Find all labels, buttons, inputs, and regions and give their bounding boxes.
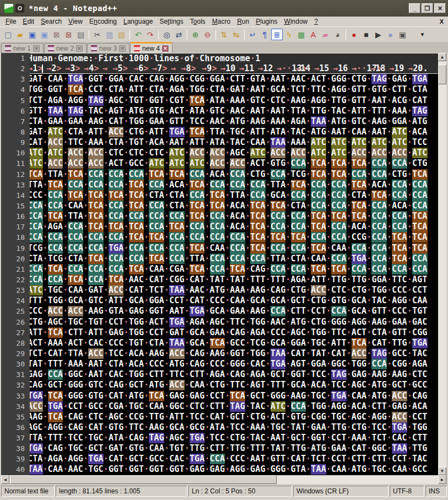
codon: GGT (149, 95, 164, 106)
codon: CCA (230, 254, 245, 264)
menu-item-tools[interactable]: Tools (187, 17, 209, 26)
redo-button[interactable]: ↷ (144, 29, 156, 40)
zoom-in-button[interactable]: ⊕ (190, 29, 201, 40)
menu-item-help[interactable]: ? (311, 17, 321, 26)
whitespace-dot: · (306, 180, 311, 190)
save-macro-button[interactable]: ▣ (397, 29, 408, 40)
run-macro-multiple-button[interactable]: » (385, 29, 396, 40)
menu-item-search[interactable]: Search (37, 17, 65, 26)
menu-item-language[interactable]: Language (120, 17, 156, 26)
minimize-button[interactable]: _ (409, 3, 420, 13)
show-all-characters-button[interactable]: ¶ (259, 29, 271, 40)
tab-close-icon[interactable]: ✕ (33, 45, 40, 52)
sync-scroll-horizontal-button[interactable]: ⇆ (230, 29, 242, 40)
whitespace-dot: · (347, 359, 352, 369)
play-macro-button[interactable]: ▶ (373, 29, 384, 40)
vertical-scrollbar[interactable]: ▲ ▼ (438, 53, 446, 475)
tab-close-icon[interactable]: ✕ (119, 45, 126, 52)
horizontal-scroll-thumb[interactable] (10, 475, 277, 484)
toolbar-overflow-button[interactable]: ▾ (417, 29, 428, 40)
word-wrap-button[interactable]: ↵ (247, 29, 258, 40)
tab-close-icon[interactable]: ✕ (76, 45, 83, 52)
new-file-button[interactable]: ▢ (2, 29, 14, 40)
menu-item-encoding[interactable]: Encoding (86, 17, 120, 26)
codon: TCA (271, 232, 286, 243)
menu-item-macro[interactable]: Macro (209, 17, 234, 26)
codon: TGC (68, 443, 83, 454)
tab-new-3[interactable]: new 3✕ (87, 43, 129, 53)
sync-scroll-vertical-button[interactable]: ⇅ (218, 29, 230, 40)
codon: TCA (250, 211, 266, 222)
paste-button[interactable]: ▧ (116, 29, 127, 40)
codon: TCA (190, 201, 205, 211)
print-button[interactable]: ▤ (75, 29, 87, 40)
tab-new-2[interactable]: new 2✕ (44, 43, 87, 53)
codon: TTA (271, 254, 286, 264)
close-file-button[interactable]: ⊠ (51, 29, 62, 40)
scroll-down-button[interactable]: ▼ (438, 467, 446, 475)
scroll-up-button[interactable]: ▲ (438, 53, 446, 61)
stop-macro-button[interactable]: ■ (360, 29, 372, 40)
whitespace-dot: · (285, 433, 290, 443)
document-map-button[interactable]: ▦ (295, 29, 307, 40)
folder-as-workspace-button[interactable]: ▰ (320, 29, 331, 40)
vertical-scroll-track[interactable] (438, 61, 446, 467)
record-macro-button[interactable]: ● (348, 29, 360, 40)
codon: GAA (230, 306, 245, 316)
horizontal-scrollbar[interactable]: ◄ ► (0, 475, 448, 484)
whitespace-dot: · (285, 443, 290, 453)
whitespace-dot: · (387, 295, 392, 305)
vertical-scroll-thumb[interactable] (438, 64, 446, 84)
tab-new-4[interactable]: new 4✕ (130, 42, 172, 53)
line-content: TCA·TTA·TCA·CCA·CCA·CCA·TCA·TCA·CCA·ACA·… (30, 169, 438, 180)
function-list-button[interactable]: ϟ (283, 29, 295, 40)
codon: AGG (371, 412, 387, 422)
menu-item-window[interactable]: Window (281, 17, 311, 26)
document-list-button[interactable]: A (307, 29, 319, 40)
whitespace-dot: · (407, 74, 412, 84)
replace-button[interactable]: ⇄ (173, 29, 185, 40)
show-indent-guide-button[interactable]: ≣ (271, 29, 283, 40)
close-button[interactable]: ✕ (434, 3, 446, 13)
codon: CCA (331, 201, 347, 211)
codon: AGA (210, 369, 225, 380)
menu-item-plugins[interactable]: Plugins (252, 17, 280, 26)
whitespace-dot: · (104, 106, 109, 116)
codon: ATC (311, 137, 326, 148)
line-content: TCT·AGA·AGG·TAG·AGC·TGT·GGT·CGT·TCA·ATA·… (30, 95, 438, 106)
maximize-button[interactable]: ❐ (422, 3, 433, 13)
codon: TTG (230, 443, 245, 454)
save-all-button[interactable]: ▣ (39, 29, 50, 40)
ruler-cell: →2> (46, 63, 65, 74)
whitespace-dot: · (93, 53, 98, 63)
menubar-close-document-icon[interactable]: X (440, 18, 444, 25)
undo-button[interactable]: ↶ (132, 29, 144, 40)
codon: TAC (331, 106, 347, 116)
menu-item-view[interactable]: View (65, 17, 86, 26)
menu-item-file[interactable]: File (2, 17, 19, 26)
find-button[interactable]: ◎ (161, 29, 172, 40)
menu-item-settings[interactable]: Settings (156, 17, 186, 26)
whitespace-dot: · (185, 74, 190, 84)
scroll-right-button[interactable]: ► (438, 475, 446, 484)
tab-new-1[interactable]: new 1✕ (1, 43, 44, 53)
scroll-left-button[interactable]: ◄ (1, 475, 9, 484)
menu-item-run[interactable]: Run (234, 17, 252, 26)
close-all-button[interactable]: ⊠ (63, 29, 74, 40)
codon: AGA (169, 84, 185, 95)
menu-item-edit[interactable]: Edit (19, 17, 37, 26)
line-content: TAA·CAA·AAC·TGC·GGT·GGT·GGT·GGT·GAG·GAG·… (30, 464, 438, 475)
codon: ACC (169, 380, 185, 390)
zoom-out-button[interactable]: ⊖ (202, 29, 213, 40)
codon: GCC (129, 158, 144, 169)
cut-button[interactable]: ✂ (91, 29, 103, 40)
codon: TGC (311, 338, 326, 348)
codon: CAC (129, 74, 144, 84)
tab-close-icon[interactable]: ✕ (162, 45, 169, 52)
save-file-button[interactable]: ▣ (26, 29, 38, 40)
editor-area[interactable]: 1Human·Genome:·First·1000·lines·of·Chrom… (0, 53, 448, 475)
copy-button[interactable]: ▥ (104, 29, 115, 40)
preferences-button[interactable]: ◕ (332, 29, 343, 40)
editor-lines[interactable]: 1Human·Genome:·First·1000·lines·of·Chrom… (1, 53, 438, 475)
open-file-button[interactable]: ▰ (14, 29, 26, 40)
